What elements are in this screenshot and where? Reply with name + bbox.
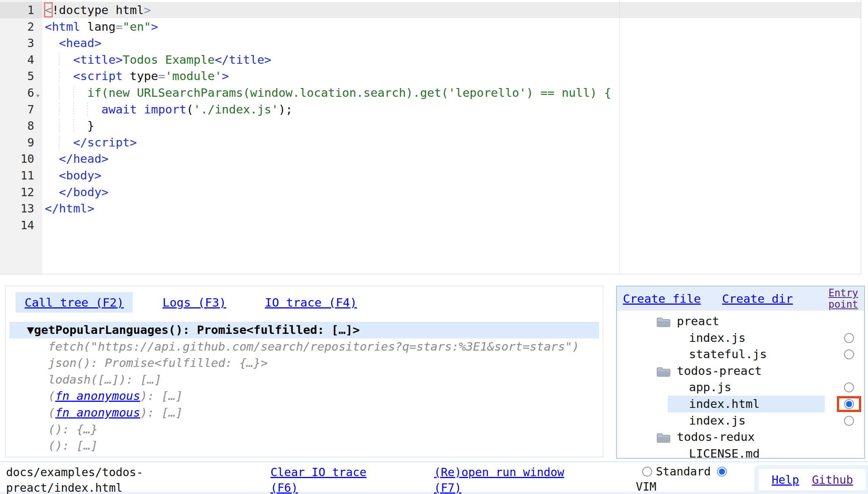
code-line[interactable]: 3 <head>: [0, 35, 861, 52]
code-line[interactable]: 8 }: [0, 118, 861, 134]
file-name: todos-preact: [677, 364, 762, 378]
code-token: </script>: [73, 135, 137, 149]
code-text: <!doctype html>: [45, 2, 151, 19]
code-line[interactable]: 4 <title>Todos Example</title>: [0, 52, 861, 68]
code-text: </script>: [45, 134, 137, 151]
entry-radio[interactable]: [844, 382, 854, 392]
code-token: }: [87, 119, 94, 132]
file-browser-header: Create file Create dir Entry point: [617, 286, 864, 311]
keybinding-switcher: Standard VIM: [636, 464, 731, 494]
code-token: lang: [87, 20, 116, 33]
tab-io-trace-f4-[interactable]: IO trace (F4): [256, 292, 366, 313]
code-line[interactable]: 10 </head>: [0, 151, 861, 167]
file-row[interactable]: index.js: [617, 330, 864, 346]
entry-radio-slot: [837, 330, 861, 346]
call-tree-row[interactable]: (fn anonymous): […]: [6, 404, 603, 421]
code-line[interactable]: 6▾ if(new URLSearchParams(window.locatio…: [0, 85, 861, 101]
file-name: index.html: [689, 397, 760, 411]
code-token: </body>: [59, 185, 108, 199]
folder-icon: [656, 431, 671, 443]
code-token: [123, 69, 130, 83]
entry-point-link[interactable]: Entry point: [829, 287, 858, 310]
line-number: 2: [0, 19, 34, 35]
call-tree-row[interactable]: fetch("https://api.github.com/search/rep…: [6, 338, 603, 355]
entry-radio[interactable]: [844, 333, 854, 343]
call-tree-row[interactable]: (fn anonymous): […]: [6, 388, 603, 404]
text-cursor: <: [45, 3, 52, 17]
code-line[interactable]: 5 <script type='module'>: [0, 68, 861, 85]
folder-icon: [656, 316, 671, 327]
code-line[interactable]: 12 </body>: [0, 184, 861, 201]
call-tree-fn-link[interactable]: fn anonymous: [55, 455, 140, 457]
keybinding-vim-radio[interactable]: [717, 467, 727, 477]
line-number: 1: [0, 2, 34, 19]
entry-radio[interactable]: [844, 399, 854, 409]
call-tree-row[interactable]: ▼getPopularLanguages(): Promise<fulfille…: [9, 322, 599, 338]
help-link[interactable]: Help: [772, 473, 799, 486]
entry-radio-slot: [837, 413, 861, 429]
create-file-link[interactable]: Create file: [623, 292, 701, 305]
code-text: </html>: [45, 200, 94, 217]
call-tree-row[interactable]: (): […]: [6, 437, 603, 454]
line-number: 12: [0, 184, 34, 201]
call-tree-row[interactable]: json(): Promise<fulfilled: {…}>: [6, 355, 603, 371]
call-tree-fn-link[interactable]: fn anonymous: [55, 389, 140, 403]
code-token: <body>: [59, 168, 101, 182]
status-bar: docs/examples/todos-preact/index.html Cl…: [0, 461, 868, 494]
keybinding-standard-radio[interactable]: [642, 467, 652, 477]
dir-row[interactable]: preact: [617, 313, 864, 330]
code-token: =: [158, 69, 165, 83]
code-token: import: [144, 102, 186, 116]
entry-radio[interactable]: [844, 416, 854, 426]
code-line[interactable]: 9 </script>: [0, 134, 861, 151]
call-tree-panel: Call tree (F2)Logs (F3)IO trace (F4) ▼ge…: [5, 286, 603, 457]
file-row[interactable]: index.html: [617, 396, 864, 412]
code-text: </head>: [45, 151, 108, 167]
indent-guide-icon: [73, 86, 74, 100]
line-number: 11: [0, 167, 34, 184]
code-token: </head>: [59, 152, 108, 165]
code-token: <title>: [73, 53, 123, 66]
code-token: [137, 102, 144, 116]
entry-radio-slot: [837, 379, 861, 395]
dir-row[interactable]: todos-redux: [617, 429, 864, 445]
file-row[interactable]: index.js: [617, 412, 864, 429]
code-text: <script type='module'>: [45, 68, 229, 85]
github-link[interactable]: Github: [812, 473, 853, 486]
create-dir-link[interactable]: Create dir: [722, 292, 793, 305]
file-row[interactable]: app.js: [617, 379, 864, 396]
code-line[interactable]: 2<html lang="en">: [0, 19, 861, 35]
code-token: </html>: [45, 201, 94, 215]
file-row[interactable]: stateful.js: [617, 346, 864, 363]
code-token: !doctype html: [52, 3, 144, 17]
clear-io-trace-link[interactable]: Clear IO trace (F6): [270, 464, 373, 494]
call-tree-fn-link[interactable]: fn anonymous: [55, 406, 140, 419]
call-tree-row[interactable]: (): {…}: [6, 421, 603, 438]
code-line[interactable]: 11 <body>: [0, 167, 861, 184]
code-editor[interactable]: 1<!doctype html>2<html lang="en">3 <head…: [0, 0, 861, 274]
code-line[interactable]: 14: [0, 217, 861, 234]
code-text: await import('./index.js');: [45, 101, 292, 118]
tab-call-tree-f2-[interactable]: Call tree (F2): [16, 292, 133, 313]
entry-radio[interactable]: [844, 349, 854, 359]
dir-row[interactable]: todos-preact: [617, 363, 864, 379]
tab-logs-f3-[interactable]: Logs (F3): [153, 292, 235, 313]
entry-radio-slot: [837, 346, 861, 362]
indent-guide-icon: [59, 119, 60, 133]
code-line[interactable]: 7 await import('./index.js');: [0, 101, 861, 118]
code-token: );: [278, 102, 292, 116]
code-token: <script: [73, 69, 123, 83]
file-name: index.js: [689, 414, 745, 427]
line-number: 7: [0, 101, 34, 118]
reopen-run-window-link[interactable]: (Re)open run window (F7): [434, 464, 571, 494]
file-row[interactable]: LICENSE.md: [617, 445, 864, 459]
code-line[interactable]: 13</html>: [0, 200, 861, 217]
indent-guide-icon: [73, 119, 74, 133]
call-tree-row[interactable]: lodash([…]): […]: [6, 371, 603, 388]
code-line[interactable]: 1<!doctype html>: [0, 2, 861, 19]
line-number: 4: [0, 52, 34, 68]
indent-guide-icon: [59, 69, 60, 83]
code-token: <head>: [59, 36, 101, 50]
call-tree-row[interactable]: (fn anonymous): […]: [6, 454, 603, 457]
file-name: index.js: [689, 331, 745, 345]
